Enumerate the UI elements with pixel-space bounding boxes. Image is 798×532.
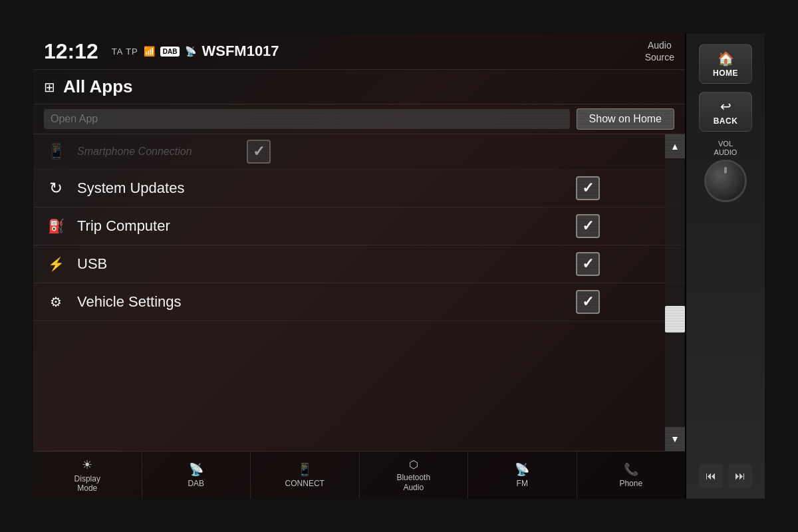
list-item[interactable]: ⛽ Trip Computer [33,207,685,245]
system-updates-checkbox[interactable] [576,176,600,200]
nav-item-phone[interactable]: 📞 Phone [577,452,686,499]
volume-control: VOLAUDIO [704,140,747,202]
nav-label: DisplayMode [74,474,100,493]
smartphone-icon: 📱 [44,143,68,160]
nav-label: CONNECT [285,479,325,488]
scroll-down-button[interactable]: ▼ [665,427,685,451]
checkbox-col [521,290,654,314]
nav-label: DAB [188,479,204,488]
trip-computer-checkbox[interactable] [576,214,600,238]
app-name: USB [77,255,521,273]
connect-icon: 📱 [297,462,312,477]
show-on-home-button[interactable]: Show on Home [577,108,674,130]
back-label: BACK [714,116,738,126]
checkbox-col [192,140,325,164]
right-control-panel: 🏠 HOME ↩ BACK VOLAUDIO ⏮ ⏭ [685,33,765,499]
checkbox-col [521,176,654,200]
usb-icon: ⚡ [44,256,68,272]
open-app-input[interactable] [44,109,570,129]
show-on-home-checkbox[interactable] [247,140,271,164]
vol-label: VOLAUDIO [714,140,737,157]
list-item[interactable]: ⚙ Vehicle Settings [33,283,685,321]
clock: 12:12 [44,39,98,64]
home-icon: 🏠 [718,51,734,66]
ta-tp-indicator: TA TP [112,47,138,57]
app-name: Trip Computer [77,217,521,235]
app-list: 📱 Smartphone Connection ↻ System Updates… [33,134,685,451]
dab-badge: DAB [160,47,180,57]
phone-icon: 📞 [624,462,638,477]
main-screen: 12:12 TA TP 📶 DAB 📡 WSFM1017 Audio Sourc… [33,33,685,499]
volume-knob[interactable] [704,160,747,202]
open-app-row: Show on Home [33,104,685,134]
home-button[interactable]: 🏠 HOME [699,44,752,84]
scroll-thumb[interactable] [665,306,685,332]
home-label: HOME [713,68,738,78]
app-name: Vehicle Settings [77,293,521,311]
display-mode-icon: ☀ [82,458,92,472]
bottom-navigation: ☀ DisplayMode 📡 DAB 📱 CONNECT ⬡ Bluetoot… [33,451,685,499]
dab-nav-icon: 📡 [189,462,203,477]
scroll-track [665,158,685,427]
back-button[interactable]: ↩ BACK [699,92,752,132]
next-icon: ⏭ [735,470,745,482]
nav-item-connect[interactable]: 📱 CONNECT [251,452,360,499]
dab-signal-icon: 📡 [185,46,196,57]
audio-source-btn[interactable]: Audio Source [645,39,674,63]
vehicle-settings-checkbox[interactable] [576,290,600,314]
station-name: WSFM1017 [201,43,279,60]
status-bar: 12:12 TA TP 📶 DAB 📡 WSFM1017 Audio Sourc… [33,33,685,70]
radio-info: TA TP 📶 DAB 📡 WSFM1017 [112,43,645,60]
grid-icon: ⊞ [44,79,55,95]
car-infotainment-display: 12:12 TA TP 📶 DAB 📡 WSFM1017 Audio Sourc… [33,33,765,499]
prev-icon: ⏮ [706,470,716,482]
nav-item-bluetooth-audio[interactable]: ⬡ BluetoothAudio [360,452,469,499]
list-item[interactable]: ↻ System Updates [33,170,685,207]
checkbox-col [521,214,654,238]
app-name: System Updates [77,180,521,197]
nav-item-dab[interactable]: 📡 DAB [142,452,251,499]
app-list-header: ⊞ All Apps [33,70,685,104]
nav-label: BluetoothAudio [396,473,430,492]
app-name: Smartphone Connection [77,146,192,158]
signal-icon: 📶 [144,46,155,57]
scrollbar: ▲ ▼ [665,134,685,451]
nav-label: FM [517,479,528,488]
nav-item-display-mode[interactable]: ☀ DisplayMode [33,452,142,499]
nav-item-fm[interactable]: 📡 FM [468,452,577,499]
trip-computer-icon: ⛽ [44,218,68,234]
all-apps-title: All Apps [63,76,132,97]
checkbox-col [521,252,654,276]
system-updates-icon: ↻ [44,179,68,198]
fm-icon: 📡 [515,462,529,477]
nav-label: Phone [619,479,642,488]
back-icon: ↩ [720,98,732,114]
prev-track-button[interactable]: ⏮ [699,464,723,488]
vehicle-settings-icon: ⚙ [44,294,68,310]
scroll-up-button[interactable]: ▲ [665,134,685,158]
list-item[interactable]: ⚡ USB [33,245,685,283]
list-item[interactable]: 📱 Smartphone Connection [33,134,685,170]
bluetooth-icon: ⬡ [409,458,418,471]
next-track-button[interactable]: ⏭ [728,464,752,488]
usb-checkbox[interactable] [576,252,600,276]
media-controls: ⏮ ⏭ [699,464,752,488]
